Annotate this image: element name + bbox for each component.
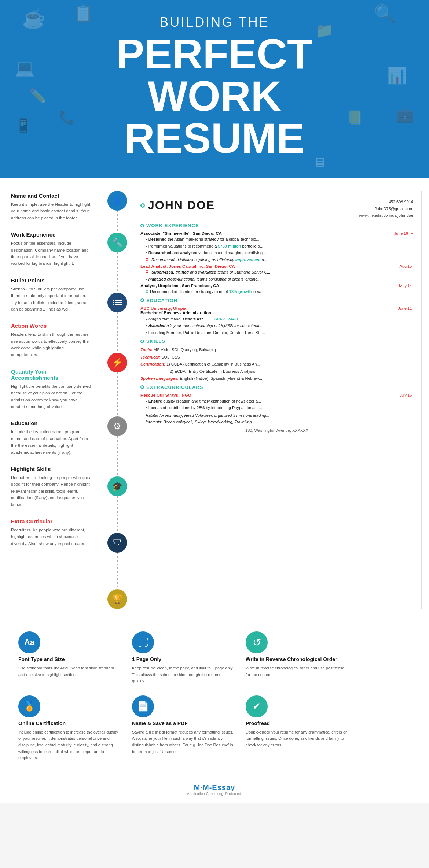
edu-bullet-1: • Magna cum laude, Dean's listGPA 3.65/4… — [146, 316, 413, 322]
skills-cert1: Certification: 1) CCBA -Certification of… — [140, 361, 413, 367]
tip-icon-proofread: ✔ — [246, 695, 268, 717]
tip-title-page: 1 Page Only — [132, 656, 235, 662]
tip-icon-font: Aa — [18, 631, 40, 653]
bullet-1-4: Recommended initiatives gaining an effic… — [146, 257, 413, 263]
tip-desc-page: Keep resume clean, to the point, and lim… — [132, 665, 235, 685]
icon-bullet-points — [107, 293, 127, 312]
section-title-extras: EXTRACURRICULARS — [140, 385, 413, 391]
name-bullet-circle — [140, 203, 145, 208]
icon-circle-person: 👤 — [107, 191, 127, 211]
tip-desc-chrono: Write in reverse chronological order and… — [246, 665, 348, 678]
sidebar-title-extra-curricular: Extra Curricular — [11, 518, 92, 524]
sidebar-desc-education: Include the institution name, program na… — [11, 429, 92, 456]
job-title-3: Analyst, Utopia Inc , San Francisco, CA — [140, 283, 219, 288]
sidebar-desc-extra-curricular: Recruiters like people who are different… — [11, 527, 92, 547]
svg-rect-3 — [115, 302, 122, 303]
tip-save-pdf: 📄 Name & Save as a PDF Saving a file in … — [132, 695, 235, 761]
tip-online-cert: 🏅 Online Certification Include online ce… — [18, 695, 121, 761]
dot-line-6 — [117, 496, 118, 533]
job-title-2: Lead Analyst, Jones Capital Inc, San Die… — [140, 264, 235, 268]
sidebar-desc-work-exp: Focus on the essentials. Include designa… — [11, 240, 92, 267]
tip-title-cert: Online Certification — [18, 720, 121, 726]
sidebar-desc-highlight-skills: Recruiters are looking for people who ar… — [11, 474, 92, 508]
extras-org-row: Rescue Our Strays , NGO July'16- — [140, 393, 413, 397]
job-date-3: May'14- — [399, 283, 413, 288]
dot-line-5 — [117, 436, 118, 476]
job-row-3: Analyst, Utopia Inc , San Francisco, CA … — [140, 283, 413, 288]
icon-circle-list — [107, 293, 127, 312]
icon-circle-graduation: 🎓 — [107, 476, 127, 496]
dot-line-3 — [117, 312, 118, 353]
tip-proofread: ✔ Proofread Double-check your resume for… — [246, 695, 348, 761]
svg-rect-5 — [115, 304, 122, 305]
sidebar-desc-quantify: Highlight the benefits the company deriv… — [11, 383, 92, 410]
sidebar-title-name-contact: Name and Contact — [11, 193, 92, 199]
main-content: Name and Contact Keep it simple, use the… — [0, 178, 429, 620]
tip-title-font: Font Type and Size — [18, 656, 121, 662]
job-row-2: Lead Analyst, Jones Capital Inc, San Die… — [140, 264, 413, 268]
edu-degree: Bachelor of Business Administration — [140, 311, 413, 315]
icon-circle-gear: ⚙ — [107, 416, 127, 436]
job-date-2: Aug'15- — [399, 264, 413, 268]
sidebar-title-highlight-skills: Highlight Skills — [11, 466, 92, 472]
sidebar-title-quantify: Quantify Your Accomplishments — [11, 368, 92, 381]
sidebar-section-extra-curricular: Extra Curricular Recruiters like people … — [11, 518, 92, 547]
tip-icon-pdf: 📄 — [132, 695, 154, 717]
bullet-3-1: Recommended distribution strategy to mee… — [146, 289, 413, 295]
brand-tagline: Application Consulting. Protected. — [7, 792, 422, 796]
tip-icon-chrono: ↺ — [246, 631, 268, 653]
sidebar-section-work-exp: Work Experience Focus on the essentials.… — [11, 231, 92, 267]
left-sidebar: Name and Contact Keep it simple, use the… — [0, 189, 103, 609]
dot-line-1 — [117, 211, 118, 233]
icon-highlight-skills: 🛡 — [107, 533, 127, 553]
icon-circle-trophy: 🏆 — [107, 589, 127, 609]
resume-contact: 452.699.9914 JohnD75@gmail.com www.linke… — [359, 199, 413, 219]
brand-footer: M·M-Essay Application Consulting. Protec… — [0, 776, 429, 803]
section-title-education: EDUCATION — [140, 298, 413, 304]
skills-cert2: 2) ECBA - Entry Certificate in Business … — [170, 368, 413, 375]
sidebar-section-highlight-skills: Highlight Skills Recruiters are looking … — [11, 466, 92, 508]
tip-desc-proofread: Double-check your resume for any grammat… — [246, 729, 348, 749]
header-banner: ☕ 📋 📁 🔍 💻 ✏️ 📱 📞 📊 💼 📒 🖥 BUILDING THE PE… — [0, 0, 429, 178]
icon-extra-curricular: 🏆 — [107, 589, 127, 609]
tip-desc-pdf: Saving a file in pdf format reduces any … — [132, 729, 235, 755]
dot-line-4 — [117, 372, 118, 416]
dot-line-7 — [117, 553, 118, 589]
extras-bullet-2: • Increased contributions by 28% by intr… — [146, 405, 413, 411]
skills-technical: Technical: SQL, CSS — [140, 354, 413, 360]
sidebar-title-bullet-points: Bullet Points — [11, 277, 92, 283]
job-date-1: June'16- P — [394, 231, 413, 235]
sidebar-section-name-contact: Name and Contact Keep it simple, use the… — [11, 193, 92, 221]
section-title-work-exp: WORK EXPERIENCE — [140, 223, 413, 229]
extras-date: July'16- — [399, 393, 413, 397]
icon-work-experience: 🔧 — [107, 233, 127, 252]
section-title-skills: SKILLS — [140, 338, 413, 345]
resume-name-row: JOHN DOE 452.699.9914 JohnD75@gmail.com … — [140, 199, 413, 219]
tip-title-pdf: Name & Save as a PDF — [132, 720, 235, 726]
bullet-1-3: • Researched and analyzed various channe… — [146, 250, 413, 256]
extras-org: Rescue Our Strays , NGO — [140, 393, 191, 397]
icon-circle-shield: 🛡 — [107, 533, 127, 553]
edu-date: June'11- — [398, 306, 413, 311]
tip-title-chrono: Write in Reverse Chronological Order — [246, 656, 348, 662]
job-title-1: Associate, "Simmerville", San Diego, CA — [140, 231, 222, 235]
tip-one-page: ⛶ 1 Page Only Keep resume clean, to the … — [132, 631, 235, 685]
section-circle-extras — [140, 385, 144, 389]
skills-tools: Tools: MS Visio, SQL Querying, Balsamiq — [140, 347, 413, 353]
icon-circle-wrench: 🔧 — [107, 233, 127, 252]
tip-title-proofread: Proofread — [246, 720, 348, 726]
skills-languages: Spoken Languages: English (Native), Span… — [140, 375, 413, 382]
svg-rect-4 — [113, 304, 114, 305]
section-circle-work — [140, 224, 144, 227]
icon-action-words: ⚡ — [107, 353, 127, 372]
sidebar-desc-bullet-points: Stick to 3 to 5 bullets per company, use… — [11, 286, 92, 313]
edu-school: ABC University, Utopia — [140, 306, 186, 311]
edu-school-row: ABC University, Utopia June'11- — [140, 306, 413, 311]
tip-desc-font: Use standard fonts like Arial. Keep font… — [18, 665, 121, 678]
extras-other2: Interests: Beach volleyball, Skiing, Woo… — [146, 419, 413, 425]
tip-icon-page: ⛶ — [132, 631, 154, 653]
sidebar-section-quantify: Quantify Your Accomplishments Highlight … — [11, 368, 92, 410]
sidebar-desc-name-contact: Keep it simple, use the Header to highli… — [11, 201, 92, 221]
sidebar-desc-action-words: Readers tend to skim through the resume,… — [11, 331, 92, 358]
extras-other1: Habitat for Humanity, Head Volunteer, or… — [146, 412, 413, 419]
